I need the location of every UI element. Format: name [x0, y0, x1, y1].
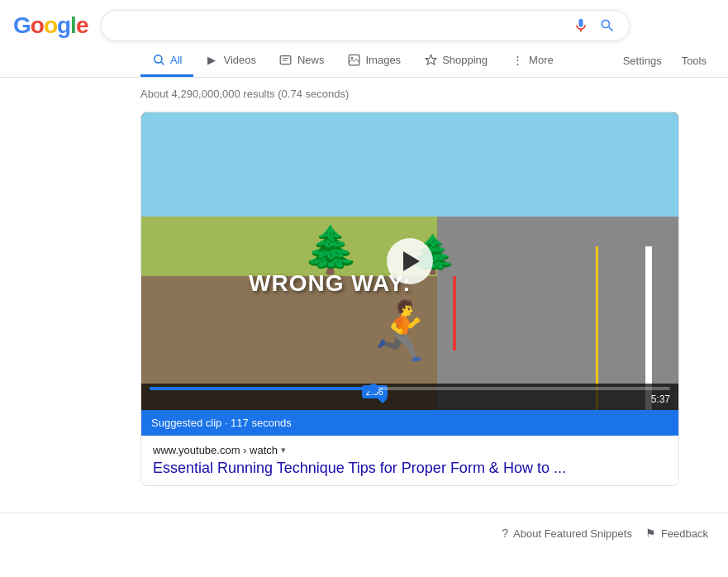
images-icon [347, 53, 360, 66]
video-duration: 5:37 [150, 393, 670, 405]
svg-point-6 [351, 56, 354, 59]
settings-button[interactable]: Settings [615, 46, 670, 75]
about-snippets-label: About Featured Snippets [513, 527, 632, 540]
progress-triangle [378, 398, 388, 403]
tree-1: 🌲 [302, 227, 359, 273]
microphone-icon[interactable] [573, 17, 589, 34]
tab-all[interactable]: All [140, 45, 193, 77]
play-button[interactable] [387, 238, 433, 284]
video-container[interactable]: 🌲 🌲 🏃 WRONG WAY: 2:56 [141, 112, 678, 410]
tab-shopping[interactable]: Shopping [412, 45, 499, 77]
progress-thumb[interactable] [369, 384, 378, 393]
svg-rect-2 [281, 55, 292, 64]
header: Google how to run with good form [0, 0, 728, 41]
search-input[interactable]: how to run with good form [115, 18, 566, 33]
videos-icon: ▶ [205, 53, 218, 66]
tab-shopping-label: Shopping [442, 54, 488, 66]
red-posture-line [453, 276, 456, 350]
tab-videos[interactable]: ▶ Videos [193, 45, 268, 77]
page-footer: ? About Featured Snippets ⚑ Feedback [0, 513, 728, 553]
feedback-icon: ⚑ [645, 527, 656, 540]
tab-more-label: More [529, 54, 554, 66]
more-icon: ⋮ [511, 53, 524, 66]
settings-tools: Settings Tools [615, 46, 728, 75]
news-icon [279, 53, 293, 66]
url-dropdown-arrow[interactable]: ▾ [281, 445, 286, 455]
road [437, 217, 679, 410]
question-icon: ? [502, 527, 508, 540]
tools-button[interactable]: Tools [673, 46, 715, 75]
tab-news-label: News [297, 54, 325, 66]
tab-news[interactable]: News [268, 45, 336, 77]
tab-images[interactable]: Images [335, 45, 412, 77]
video-controls: 2:56 5:37 [141, 384, 678, 410]
suggested-clip-bar: Suggested clip · 117 seconds [141, 410, 678, 436]
results-area: About 4,290,000,000 results (0.74 second… [0, 78, 728, 496]
tab-videos-label: Videos [223, 54, 256, 66]
tab-more[interactable]: ⋮ More [499, 45, 565, 77]
results-count: About 4,290,000,000 results (0.74 second… [140, 88, 728, 100]
svg-line-1 [161, 62, 164, 64]
svg-rect-5 [349, 55, 359, 65]
search-submit-icon[interactable] [599, 17, 616, 34]
video-title-link[interactable]: Essential Running Technique Tips for Pro… [153, 460, 566, 476]
play-triangle-icon [403, 251, 420, 271]
source-url-text: www.youtube.com › watch [153, 444, 278, 456]
runner-figure: 🏃 [367, 298, 439, 365]
nav-tabs: All ▶ Videos News Images Shopping ⋮ More… [0, 41, 728, 78]
progress-fill [150, 387, 374, 390]
google-logo: Google [13, 12, 88, 39]
video-card: 🌲 🌲 🏃 WRONG WAY: 2:56 [140, 112, 679, 486]
tab-all-label: All [170, 54, 182, 66]
feedback-link[interactable]: ⚑ Feedback [645, 527, 708, 540]
suggested-clip-label: Suggested clip · 117 seconds [151, 417, 292, 429]
about-snippets-link[interactable]: ? About Featured Snippets [502, 527, 632, 540]
video-source-url: www.youtube.com › watch ▾ [153, 444, 667, 456]
feedback-label: Feedback [661, 527, 708, 540]
wrong-way-text: WRONG WAY: [249, 270, 412, 297]
tab-images-label: Images [365, 54, 401, 66]
video-source-info: www.youtube.com › watch ▾ Essential Runn… [141, 436, 678, 485]
shopping-icon [424, 53, 437, 66]
svg-marker-7 [426, 55, 436, 64]
search-bar[interactable]: how to run with good form [101, 10, 630, 41]
progress-bar[interactable] [150, 387, 670, 390]
search-icons [573, 17, 616, 34]
all-icon [152, 53, 165, 66]
